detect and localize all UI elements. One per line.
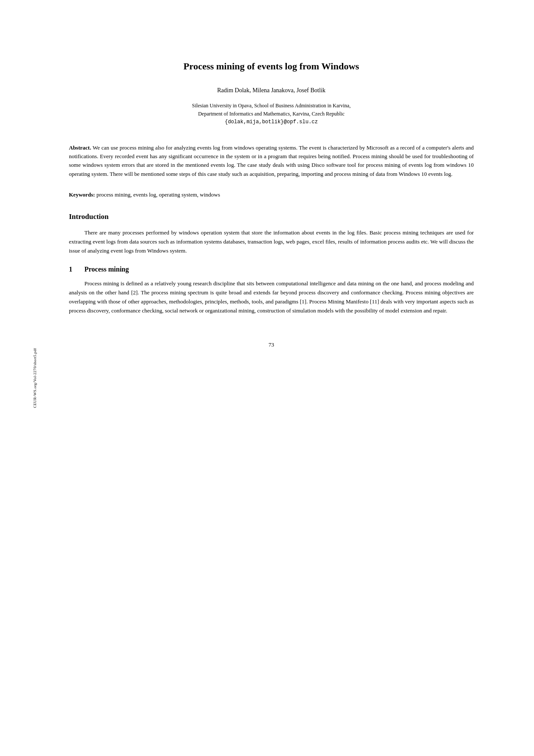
side-label: CEUR-WS.org/Vol-2270/short5.pdf <box>33 348 37 408</box>
section1-number: 1 <box>69 266 72 273</box>
keywords-label: Keywords: <box>69 191 95 198</box>
abstract-section: Abstract. We can use process mining also… <box>69 144 474 178</box>
affiliation-email: {dolak,mija,botlik}@opf.slu.cz <box>69 118 474 126</box>
affiliation: Silesian University in Opava, School of … <box>69 102 474 127</box>
section1-text: Process mining is defined as a relativel… <box>69 279 474 315</box>
section1-heading-container: 1 Process mining <box>69 266 474 273</box>
abstract-label: Abstract. <box>69 144 91 151</box>
introduction-text: There are many processes performed by wi… <box>69 228 474 255</box>
authors: Radim Dolak, Milena Janakova, Josef Botl… <box>69 86 474 95</box>
abstract-text: We can use process mining also for analy… <box>69 144 474 177</box>
affiliation-line2: Department of Informatics and Mathematic… <box>69 110 474 118</box>
affiliation-line1: Silesian University in Opava, School of … <box>69 102 474 110</box>
section1-heading: Process mining <box>84 266 129 273</box>
page-number: 73 <box>69 341 474 348</box>
introduction-heading: Introduction <box>69 212 474 222</box>
page: CEUR-WS.org/Vol-2270/short5.pdf Process … <box>0 0 534 756</box>
paper-title: Process mining of events log from Window… <box>69 60 474 73</box>
keywords-text: process mining, events log, operating sy… <box>95 191 220 198</box>
keywords-section: Keywords: process mining, events log, op… <box>69 191 474 199</box>
